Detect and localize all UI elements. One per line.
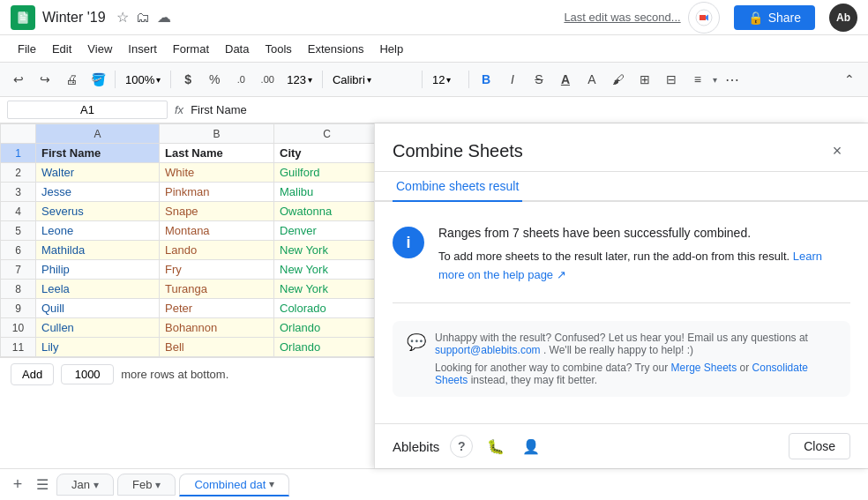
menu-extensions[interactable]: Extensions	[301, 40, 371, 58]
table-row[interactable]: Bohannon	[160, 318, 274, 338]
currency-button[interactable]: $	[176, 68, 199, 91]
tab-jan[interactable]: Jan ▾	[56, 474, 114, 496]
table-row[interactable]: Snape	[160, 202, 274, 221]
close-panel-button[interactable]: Close	[789, 433, 850, 459]
table-row[interactable]: Cullen	[36, 318, 160, 338]
table-row[interactable]: Turanga	[160, 280, 274, 299]
tab-feb[interactable]: Feb ▾	[117, 474, 176, 496]
table-row[interactable]: Leela	[36, 280, 160, 299]
table-row[interactable]: Fry	[160, 260, 274, 280]
zoom-dropdown[interactable]: 100% ▾	[121, 71, 165, 89]
email-link[interactable]: support@ablebits.com	[435, 344, 543, 356]
user-account-button[interactable]: 👤	[519, 434, 543, 459]
table-row[interactable]: City	[274, 144, 380, 163]
menu-edit[interactable]: Edit	[45, 40, 79, 58]
table-row[interactable]: Leone	[36, 221, 160, 241]
sheets-menu-button[interactable]: ☰	[32, 474, 53, 496]
table-row[interactable]: Philip	[36, 260, 160, 280]
font-size-dropdown[interactable]: 12 ▾	[428, 71, 463, 89]
panel-close-button[interactable]: ×	[824, 138, 850, 164]
table-row[interactable]: Walter	[36, 163, 160, 183]
menu-view[interactable]: View	[80, 40, 119, 58]
table-row[interactable]: White	[160, 163, 274, 183]
row-number: 8	[1, 280, 36, 299]
info-box: i Ranges from 7 sheets have been success…	[393, 223, 850, 285]
number-format-dropdown[interactable]: 123 ▾	[282, 71, 317, 89]
text-color-button[interactable]: A	[580, 68, 603, 91]
more-options-button[interactable]: ⋯	[721, 68, 744, 91]
menu-format[interactable]: Format	[166, 40, 216, 58]
redo-button[interactable]: ↪	[34, 68, 56, 91]
collapse-button[interactable]: ⌃	[838, 68, 861, 91]
decimal-inc-button[interactable]: .00	[256, 68, 279, 91]
avatar[interactable]: Ab	[829, 4, 857, 32]
underline-button[interactable]: A	[554, 68, 577, 91]
bold-button[interactable]: B	[475, 68, 498, 91]
table-row[interactable]: Malibu	[274, 183, 380, 202]
italic-button[interactable]: I	[501, 68, 524, 91]
borders-button[interactable]: ⊞	[633, 68, 656, 91]
file-title: Winter '19	[42, 10, 106, 26]
table-row[interactable]: New York	[274, 280, 380, 299]
table-row[interactable]: Denver	[274, 221, 380, 241]
share-button[interactable]: 🔒 Share	[734, 5, 815, 30]
menu-file[interactable]: File	[11, 40, 43, 58]
table-row[interactable]: Montana	[160, 221, 274, 241]
strikethrough-button[interactable]: S	[528, 68, 550, 91]
menu-insert[interactable]: Insert	[121, 40, 164, 58]
menu-help[interactable]: Help	[372, 40, 410, 58]
menu-bar: File Edit View Insert Format Data Tools …	[0, 35, 868, 62]
print-button[interactable]: 🖨	[60, 68, 83, 91]
merge-cells-button[interactable]: ⊟	[660, 68, 683, 91]
table-row[interactable]: Bell	[160, 338, 274, 357]
col-header-c[interactable]: C	[274, 124, 380, 144]
panel-tabs: Combine sheets result	[375, 172, 868, 202]
help-button[interactable]: ?	[450, 435, 473, 458]
row-number: 11	[1, 338, 36, 357]
decimal-dec-button[interactable]: .0	[229, 68, 252, 91]
table-row[interactable]: Orlando	[274, 338, 380, 357]
star-icon[interactable]: ☆	[116, 9, 129, 26]
table-row[interactable]: Owatonna	[274, 202, 380, 221]
meet-button[interactable]	[688, 2, 720, 34]
table-row[interactable]: Quill	[36, 299, 160, 318]
col-header-a[interactable]: A	[36, 124, 160, 144]
table-row[interactable]: Lando	[160, 241, 274, 260]
align-button[interactable]: ≡	[686, 68, 709, 91]
add-rows-button[interactable]: Add	[11, 363, 54, 385]
table-row[interactable]: Peter	[160, 299, 274, 318]
menu-tools[interactable]: Tools	[258, 40, 298, 58]
ablebits-logo: Ablebits	[393, 439, 439, 454]
last-edit-text[interactable]: Last edit was second...	[564, 11, 680, 24]
percent-button[interactable]: %	[203, 68, 226, 91]
tab-combined-dat[interactable]: Combined dat ▾	[179, 474, 289, 496]
table-row[interactable]: Jesse	[36, 183, 160, 202]
table-row[interactable]: Pinkman	[160, 183, 274, 202]
combine-result-tab[interactable]: Combine sheets result	[393, 172, 522, 202]
rows-count-input[interactable]	[61, 364, 114, 384]
divider	[393, 302, 850, 303]
table-row[interactable]: New York	[274, 241, 380, 260]
table-row[interactable]: Lily	[36, 338, 160, 357]
table-row[interactable]: Guilford	[274, 163, 380, 183]
cloud-icon[interactable]: ☁	[157, 9, 171, 26]
row-number: 4	[1, 202, 36, 221]
table-row[interactable]: Orlando	[274, 318, 380, 338]
folder-icon[interactable]: 🗂	[136, 10, 150, 26]
table-row[interactable]: First Name	[36, 144, 160, 163]
menu-data[interactable]: Data	[218, 40, 256, 58]
add-sheet-button[interactable]: +	[7, 474, 28, 496]
cell-reference-input[interactable]	[7, 101, 168, 119]
table-row[interactable]: Last Name	[160, 144, 274, 163]
paint-format-button[interactable]: 🪣	[86, 68, 109, 91]
table-row[interactable]: New York	[274, 260, 380, 280]
table-row[interactable]: Colorado	[274, 299, 380, 318]
col-header-b[interactable]: B	[160, 124, 274, 144]
bug-report-button[interactable]: 🐛	[483, 434, 508, 459]
highlight-color-button[interactable]: 🖌	[607, 68, 630, 91]
table-row[interactable]: Mathilda	[36, 241, 160, 260]
merge-sheets-link[interactable]: Merge Sheets	[671, 362, 740, 374]
undo-button[interactable]: ↩	[7, 68, 30, 91]
table-row[interactable]: Severus	[36, 202, 160, 221]
font-dropdown[interactable]: Calibri ▾	[328, 71, 416, 89]
